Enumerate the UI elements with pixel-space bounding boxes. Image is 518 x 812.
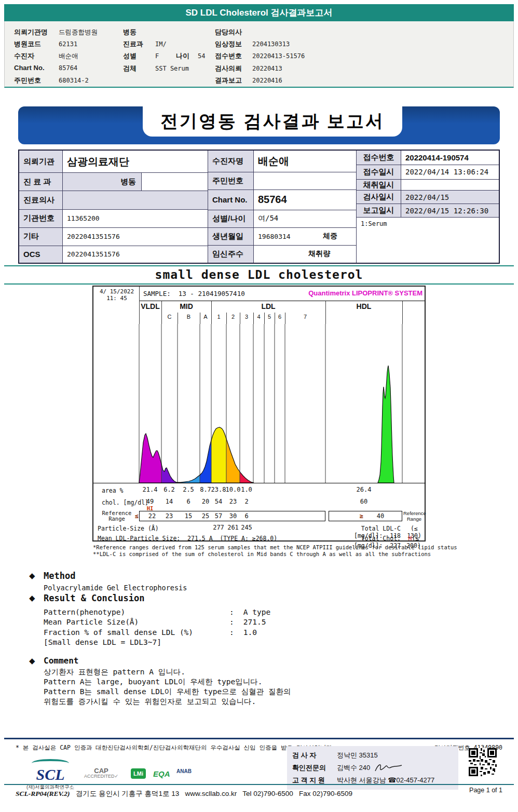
comment-heading: Comment <box>44 656 78 666</box>
report-header-bar: SD LDL Cholesterol 검사결과보고서 <box>4 4 514 21</box>
subband-label: C <box>161 314 178 320</box>
table-group-middle: 수진자명배순애 주민번호 Chart No.85764 성별/나이여/54 생년… <box>208 151 357 263</box>
table-group-right: 접수번호20220414-190574 접수일시2022/04/14 13:06… <box>357 151 499 263</box>
table-group-left: 의뢰기관삼광의료재단 진 료 과병동 진료의사 기관번호11365200 기타2… <box>19 151 208 263</box>
diamond-bullet-icon: ◆ <box>29 571 35 580</box>
info-row: 결과보고20220416 <box>215 76 282 86</box>
subband-label: 3 <box>240 314 253 320</box>
row-label-particle: Particle-Size (Å) <box>98 525 159 532</box>
table-row: 보고일시2022/04/15 12:26:30 <box>357 204 499 218</box>
lipoprint-chart: 4/ 15/2022 11: 45 SAMPLE: 13 - 210419057… <box>92 286 426 542</box>
lte-symbol: ≤ <box>131 512 142 520</box>
info-row: 검사의뢰20220413 <box>215 64 282 74</box>
divider <box>264 313 265 324</box>
divider <box>275 313 275 324</box>
ref-value: 6 <box>235 512 258 520</box>
order-info-table: 의뢰기관삼광의료재단 진 료 과병동 진료의사 기관번호11365200 기타2… <box>18 150 500 264</box>
patient-info-header: 의뢰기관명드림종합병원 병원코드62131 수진자배순애 Chart No.85… <box>4 21 514 88</box>
report-banner: 전기영동 검사결과 보고서 <box>18 106 500 144</box>
info-row: 진료과IM/ <box>123 39 167 50</box>
divider <box>4 283 514 285</box>
table-row: 진료의사 <box>19 191 208 209</box>
method-body: Polyacrylamide Gel Electrophoresis <box>44 584 187 592</box>
row-label-area: area % <box>102 487 124 494</box>
band-label-mid: MID <box>161 302 211 310</box>
info-row: Chart No.85764 <box>14 64 77 74</box>
sample-label: SAMPLE: <box>143 290 171 297</box>
qr-code <box>469 748 497 776</box>
reference-range-right-label: Reference Range <box>403 510 425 522</box>
area-value-hdl: 26.4 <box>352 486 375 493</box>
info-row: 성별F나이54 <box>123 51 205 62</box>
staff-row: 확인전문의김백수 240 <box>292 762 458 774</box>
anab-logo: ANAB <box>176 768 192 774</box>
table-row: 임신주수채취량 <box>208 246 356 263</box>
subband-label: 6 <box>275 314 285 320</box>
ref-value-hdl: 40 <box>369 512 392 520</box>
divider <box>240 313 240 324</box>
divider <box>325 301 326 324</box>
eqa-logo: EQA <box>153 769 170 778</box>
band-label-ldl: LDL <box>211 302 325 310</box>
info-row: 주민번호680314-2 <box>14 76 89 86</box>
report-title: 전기영동 검사결과 보고서 <box>143 106 402 136</box>
divider <box>211 301 212 324</box>
result-note: [Small dense LDL = LDL3~7] <box>44 638 161 646</box>
subband-label: 5 <box>264 314 275 320</box>
info-row: 의뢰기관명드림종합병원 <box>14 28 98 38</box>
area-value: 1.0 <box>235 486 258 493</box>
info-row: 수진자배순애 <box>14 51 78 62</box>
result-heading: Result & Conclusion <box>44 593 144 603</box>
info-row: 검체SST Serum <box>123 64 189 74</box>
divider <box>402 301 403 324</box>
row-label-reference: Reference Range <box>101 510 133 522</box>
report-banner-cutout: 전기영동 검사결과 보고서 <box>143 106 402 137</box>
instrument-brand: Quantimetrix LIPOPRINT® SYSTEM <box>308 289 422 297</box>
table-row: 접수번호20220414-190574 <box>357 151 499 165</box>
chart-footnote-1: *Reference ranges derived from 125 serum… <box>93 544 457 550</box>
comment-line: Pattern B는 small dense LDL이 우세한 type으로 심… <box>44 687 291 697</box>
table-row: 기관번호11365200 <box>19 210 208 228</box>
divider <box>226 313 227 324</box>
lmi-logo: LMi <box>131 768 146 779</box>
subband-label: B <box>178 314 200 320</box>
sample-value: 13 - 210419057410 <box>179 290 245 297</box>
chol-value: 2 <box>235 498 258 505</box>
table-row: 의뢰기관삼광의료재단 <box>19 151 208 173</box>
divider <box>4 265 514 266</box>
gte-symbol: ≥ <box>356 512 366 520</box>
divider <box>139 287 140 324</box>
info-row: 임상정보2204130313 <box>215 39 290 50</box>
scl-logo: SCL (재)서울의과학연구소 <box>22 759 79 791</box>
info-row: 병원코드62131 <box>14 39 77 50</box>
chol-value-hdl: 60 <box>352 498 375 505</box>
subband-label: 7 <box>285 314 325 320</box>
comment-line: 위험도를 증가시킬 수 있는 위험인자로 보고되고 있습니다. <box>44 697 256 707</box>
chart-footnote-2: **LDL-C is comprised of the sum of chole… <box>93 551 431 557</box>
section-title: small dense LDL cholesterol <box>0 268 518 281</box>
divider <box>178 313 178 324</box>
particle-size: 245 <box>235 524 258 531</box>
cap-accredited-logo: CAP ACCREDITED✓ <box>84 768 118 779</box>
footer-address-line: SCL-RP04(REV.2) 경기도 용인시 기흥구 흥덕1로 13 www.… <box>16 789 352 799</box>
result-row: Fraction % of small dense LDL (%):1.0 <box>44 628 257 637</box>
signature <box>373 762 404 774</box>
table-row: 진 료 과병동 <box>19 173 208 191</box>
divider <box>4 784 514 785</box>
result-row: Pattern(phenotype):A type <box>44 608 270 616</box>
table-row: 주민번호 <box>208 172 356 190</box>
subband-label: A <box>200 314 211 320</box>
table-row: 검사일시2022/04/15 <box>357 191 499 204</box>
table-row: Chart No.85764 <box>208 190 356 210</box>
method-heading: Method <box>44 571 75 581</box>
info-row: 병동 <box>123 28 155 38</box>
table-row: 접수일시2022/04/14 13:06:24 <box>357 165 499 180</box>
divider <box>4 738 514 739</box>
diamond-bullet-icon: ◆ <box>29 656 35 666</box>
table-row: 수진자명배순애 <box>208 151 356 172</box>
electrophoresis-curve <box>93 324 426 483</box>
page-number: Page 1 of 1 <box>430 787 502 794</box>
comment-line: Pattern A는 large, buoyant LDL이 우세한 type입… <box>44 677 263 687</box>
serum-note-cell: 1:Serum <box>357 218 499 263</box>
chart-baseline <box>93 483 426 483</box>
